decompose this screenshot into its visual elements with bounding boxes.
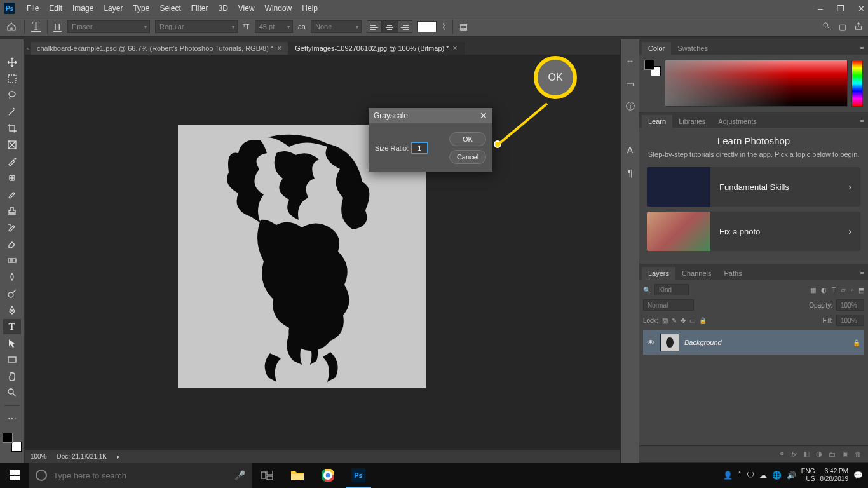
stamp-tool[interactable] <box>3 203 21 219</box>
tabs-expand-icon[interactable]: » <box>25 42 31 55</box>
eraser-tool[interactable] <box>3 236 21 252</box>
filter-smart-icon[interactable]: ▫ <box>851 287 853 294</box>
character-panel-button[interactable]: ▤ <box>459 22 468 32</box>
tab-paths[interactable]: Paths <box>718 267 749 280</box>
brush-tool[interactable] <box>3 187 21 202</box>
menu-image[interactable]: Image <box>67 4 98 13</box>
tab-learn[interactable]: Learn <box>642 115 672 128</box>
font-size-select[interactable]: 45 pt <box>255 20 293 33</box>
layer-row-background[interactable]: 👁 Background 🔒 <box>643 330 864 355</box>
menu-window[interactable]: Window <box>260 4 297 13</box>
filter-type-icon[interactable]: T <box>832 287 836 294</box>
network-icon[interactable]: 🌐 <box>772 471 782 480</box>
character-panel-icon[interactable]: A <box>624 144 637 156</box>
menu-view[interactable]: View <box>233 4 260 13</box>
panel-menu-icon[interactable]: ≡ <box>860 43 864 51</box>
link-layers-icon[interactable]: ⚭ <box>779 450 785 458</box>
cancel-button[interactable]: Cancel <box>449 150 486 164</box>
anti-alias-select[interactable]: None <box>311 20 362 33</box>
font-family-select[interactable]: Eraser <box>67 20 150 33</box>
move-tool[interactable] <box>3 55 21 70</box>
menu-layer[interactable]: Layer <box>98 4 128 13</box>
background-color-swatch[interactable] <box>11 442 22 452</box>
crop-tool[interactable] <box>3 121 21 136</box>
restore-button[interactable]: ❐ <box>836 4 845 13</box>
fg-swatch[interactable] <box>644 60 654 70</box>
layer-style-icon[interactable]: fx <box>791 451 797 458</box>
lock-position-icon[interactable]: ✥ <box>681 317 686 324</box>
pen-tool[interactable] <box>3 302 21 318</box>
filter-adjust-icon[interactable]: ◐ <box>821 287 827 294</box>
edit-toolbar-icon[interactable]: ⋯ <box>3 411 21 426</box>
eyedropper-tool[interactable] <box>3 154 21 169</box>
filter-pixel-icon[interactable]: ▦ <box>810 287 816 294</box>
tab-adjustments[interactable]: Adjustments <box>712 115 763 128</box>
learn-card-fundamentals[interactable]: Fundamental Skills › <box>647 167 860 207</box>
path-select-tool[interactable] <box>3 336 21 351</box>
dodge-tool[interactable] <box>3 286 21 301</box>
menu-select[interactable]: Select <box>154 4 186 13</box>
blur-tool[interactable] <box>3 269 21 285</box>
tab-libraries[interactable]: Libraries <box>672 115 712 128</box>
healing-tool[interactable] <box>3 170 21 186</box>
color-picker-field[interactable] <box>665 60 848 107</box>
zoom-tool[interactable] <box>3 385 21 400</box>
lock-transparent-icon[interactable]: ▨ <box>662 317 668 324</box>
mic-icon[interactable]: 🎤 <box>234 470 245 480</box>
align-right-button[interactable] <box>397 20 412 33</box>
properties-panel-icon[interactable]: ▭ <box>624 78 637 90</box>
gradient-tool[interactable] <box>3 253 21 268</box>
magic-wand-tool[interactable] <box>3 104 21 119</box>
visibility-toggle-icon[interactable]: 👁 <box>647 338 655 348</box>
start-button[interactable] <box>0 463 29 488</box>
menu-type[interactable]: Type <box>128 4 154 13</box>
rectangle-tool[interactable] <box>3 352 21 367</box>
menu-filter[interactable]: Filter <box>186 4 214 13</box>
delete-layer-icon[interactable]: 🗑 <box>855 451 862 458</box>
foreground-color-swatch[interactable] <box>3 433 13 443</box>
layer-filter-select[interactable]: Kind <box>654 284 689 295</box>
dialog-close-icon[interactable]: ✕ <box>480 111 487 121</box>
frame-tool[interactable] <box>3 137 21 152</box>
warp-text-button[interactable]: ⌇ <box>442 22 446 32</box>
chrome-app[interactable] <box>313 463 343 488</box>
layer-thumbnail[interactable] <box>660 334 679 351</box>
tab-color[interactable]: Color <box>642 42 671 55</box>
learn-card-fix-photo[interactable]: Fix a photo › <box>647 212 860 251</box>
doc-info[interactable]: Doc: 21.1K/21.1K <box>57 453 107 460</box>
lock-icon[interactable]: 🔒 <box>853 339 860 346</box>
panel-menu-icon[interactable]: ≡ <box>860 268 864 276</box>
opacity-field[interactable]: 100% <box>836 299 864 311</box>
task-view-button[interactable] <box>252 463 282 488</box>
font-style-select[interactable]: Regular <box>155 20 238 33</box>
hand-tool[interactable] <box>3 369 21 384</box>
lock-artboard-icon[interactable]: ▭ <box>689 317 695 324</box>
workspace-icon[interactable]: ▢ <box>839 22 846 32</box>
fill-field[interactable]: 100% <box>836 315 864 326</box>
menu-3d[interactable]: 3D <box>213 4 233 13</box>
tab-channels[interactable]: Channels <box>675 267 717 280</box>
home-button[interactable] <box>5 20 18 33</box>
menu-file[interactable]: File <box>22 4 44 13</box>
onedrive-icon[interactable]: ☁ <box>759 471 767 480</box>
cortana-icon[interactable] <box>36 470 47 481</box>
text-orientation-button[interactable]: I̲T̲ <box>54 22 62 32</box>
type-tool[interactable]: T <box>3 319 21 334</box>
photoshop-app[interactable]: Ps <box>343 463 374 488</box>
marquee-tool[interactable] <box>3 71 21 86</box>
menu-edit[interactable]: Edit <box>44 4 67 13</box>
tab-close-icon[interactable]: × <box>453 44 458 53</box>
history-panel-icon[interactable]: ↔ <box>624 55 637 67</box>
search-icon[interactable] <box>822 22 831 32</box>
security-icon[interactable]: 🛡 <box>747 471 754 480</box>
lock-all-icon[interactable]: 🔒 <box>699 317 707 324</box>
file-explorer-app[interactable] <box>282 463 313 488</box>
clock[interactable]: 3:42 PM8/28/2019 <box>820 468 849 483</box>
language-indicator[interactable]: ENGUS <box>801 468 815 483</box>
document-tab-active[interactable]: GettyImages-1092706102.jpg @ 100% (Bitma… <box>288 42 464 55</box>
blend-mode-select[interactable]: Normal <box>643 299 694 311</box>
volume-icon[interactable]: 🔊 <box>787 471 796 480</box>
hue-slider[interactable] <box>851 60 863 107</box>
lock-brush-icon[interactable]: ✎ <box>672 317 677 324</box>
text-color-swatch[interactable] <box>417 21 437 32</box>
